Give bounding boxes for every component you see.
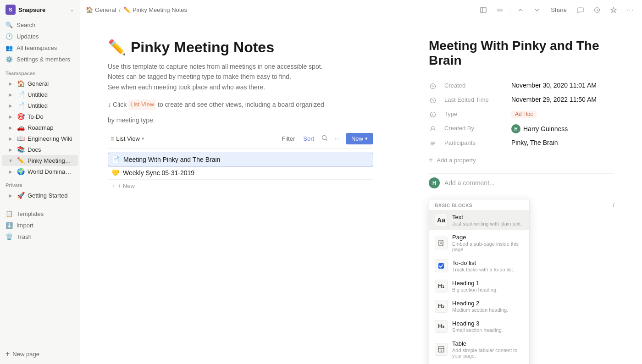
- sidebar-item-docs[interactable]: ▶ 📚 Docs: [2, 144, 78, 155]
- history-button[interactable]: [591, 4, 603, 17]
- chevron-icon: ▶: [7, 146, 14, 153]
- filter-button[interactable]: Filter: [279, 133, 298, 144]
- collapse-button[interactable]: [477, 4, 490, 17]
- participants-value[interactable]: Pinky, The Brain: [511, 139, 614, 146]
- updates-action[interactable]: 🕐 Updates: [0, 31, 80, 42]
- desc-line-3: See when each meeting took place and who…: [108, 82, 373, 92]
- share-button[interactable]: Share: [547, 5, 570, 15]
- workspace-header[interactable]: S Snapsure ⌄: [0, 0, 80, 19]
- import-label: Import: [17, 222, 33, 229]
- property-row-type: A Type Ad Hoc: [429, 107, 614, 121]
- more-options-button[interactable]: ···: [624, 4, 636, 17]
- row-icon-0: 📄: [112, 156, 120, 163]
- hint-line2: by meeting type.: [108, 116, 373, 124]
- type-tag-badge: Ad Hoc: [511, 110, 537, 118]
- settings-action[interactable]: ⚙️ Settings & members: [0, 54, 80, 65]
- h1-block-text: Heading 1 Big section heading.: [452, 280, 524, 292]
- list-view-link[interactable]: List View: [128, 99, 156, 110]
- db-search-icon: [321, 135, 328, 141]
- db-search-button[interactable]: [320, 133, 330, 144]
- block-item-h2[interactable]: H₂ Heading 2 Medium section heading.: [429, 296, 529, 316]
- search-action[interactable]: 🔍 Search: [0, 19, 80, 31]
- block-item-h3[interactable]: H₃ Heading 3 Small section heading.: [429, 316, 529, 336]
- untitled1-icon: 📄: [17, 91, 25, 98]
- block-item-text[interactable]: Aa Text Just start writing with plain te…: [429, 210, 529, 230]
- breadcrumb-current[interactable]: ✏️ Pinky Meeting Notes: [123, 6, 187, 13]
- table-block-title: Table: [452, 340, 524, 347]
- add-property-label: Add a property: [437, 157, 476, 164]
- chevron-icon: ▶: [7, 113, 14, 120]
- worlddom-icon: 🌍: [17, 168, 25, 175]
- breadcrumb-home[interactable]: 🏠 General: [86, 6, 116, 13]
- block-item-todo[interactable]: To-do list Track tasks with a to-do list…: [429, 256, 529, 276]
- participants-label: Participants: [444, 139, 504, 146]
- templates-action[interactable]: 📋 Templates: [0, 208, 80, 220]
- comment-icon: [577, 7, 584, 13]
- sidebar-item-untitled-1[interactable]: ▶ 📄 Untitled: [2, 89, 78, 100]
- favorite-button[interactable]: [607, 4, 620, 17]
- nav-down-button[interactable]: [531, 4, 543, 17]
- svg-rect-2: [497, 9, 503, 10]
- import-action[interactable]: ⬇️ Import: [0, 220, 80, 231]
- block-item-table[interactable]: Table Add simple tabular content to your…: [429, 336, 529, 362]
- page-description: Use this template to capture notes from …: [108, 61, 373, 92]
- property-row-created-by: Created By H Harry Guinness: [429, 121, 614, 136]
- h2-block-icon: H₂: [435, 300, 448, 313]
- sidebar-item-general[interactable]: ▶ 🏠 General: [2, 78, 78, 89]
- templates-label: Templates: [17, 210, 44, 217]
- db-row-1[interactable]: 💛 Weekly Sync 05-31-2019: [108, 166, 373, 180]
- add-row-button[interactable]: + + New: [108, 180, 373, 192]
- new-entry-button[interactable]: New ▾: [346, 133, 373, 144]
- todo-block-icon: [435, 259, 448, 272]
- created-by-value[interactable]: H Harry Guinness: [511, 124, 614, 133]
- breadcrumb-home-label: General: [95, 6, 116, 13]
- sidebar-item-pinky-meeting[interactable]: ▼ ✏️ Pinky Meeting Notes: [2, 155, 78, 166]
- type-value[interactable]: Ad Hoc: [511, 110, 614, 118]
- user-avatar: H: [511, 124, 520, 133]
- all-teamspaces-action[interactable]: 👥 All teamspaces: [0, 42, 80, 54]
- page-hint: ↓ Click List View to create and see othe…: [108, 99, 373, 110]
- view-selector[interactable]: ≡ List View ▾: [108, 133, 147, 144]
- comment-input[interactable]: Add a comment...: [444, 179, 614, 187]
- sidebar-item-untitled-2[interactable]: ▶ 📄 Untitled: [2, 100, 78, 111]
- chevron-icon: ▶: [7, 192, 14, 199]
- breadcrumb-current-label: Pinky Meeting Notes: [133, 6, 187, 13]
- sidebar-item-world-dom[interactable]: ▶ 🌍 World Domination Sche...: [2, 166, 78, 177]
- page-block-icon: [435, 237, 448, 249]
- created-label: Created: [444, 82, 504, 89]
- last-edited-value[interactable]: November 29, 2022 11:50 AM: [511, 96, 614, 103]
- blocks-section-title: BASIC BLOCKS: [429, 199, 529, 210]
- settings-label: Settings & members: [17, 56, 70, 63]
- nav-up-button[interactable]: [514, 4, 527, 17]
- page-block-desc: Embed a sub-page inside this page.: [452, 241, 524, 252]
- new-page-button[interactable]: + New page: [6, 347, 74, 360]
- comment-button[interactable]: [574, 4, 587, 17]
- add-property-plus-icon: +: [429, 156, 433, 164]
- svg-rect-19: [438, 263, 444, 269]
- db-row-0[interactable]: 📄 Meeting With Pinky and The Brain: [108, 153, 373, 166]
- sidebar-item-roadmap[interactable]: ▶ 🚗 Roadmap: [2, 122, 78, 133]
- sidebar-item-engwiki[interactable]: ▶ 📖 Engineering Wiki: [2, 133, 78, 144]
- svg-line-7: [326, 139, 327, 141]
- block-item-h1[interactable]: H₁ Heading 1 Big section heading.: [429, 276, 529, 296]
- block-item-page[interactable]: Page Embed a sub-page inside this page.: [429, 230, 529, 256]
- trash-action[interactable]: 🗑️ Trash: [0, 231, 80, 243]
- sidebar-item-label: World Domination Sche...: [28, 168, 72, 175]
- block-item-bulleted[interactable]: • Bulleted list: [429, 362, 529, 364]
- import-icon: ⬇️: [6, 222, 13, 229]
- created-value[interactable]: November 30, 2020 11:01 AM: [511, 82, 614, 89]
- db-more-button[interactable]: ···: [332, 133, 343, 145]
- sidebar: S Snapsure ⌄ 🔍 Search 🕐 Updates 👥 All te…: [0, 0, 80, 364]
- chevron-icon: ▼: [7, 157, 14, 164]
- sidebar-item-label: Docs: [28, 146, 72, 153]
- property-row-created: Created November 30, 2020 11:01 AM: [429, 79, 614, 93]
- participants-icon: [429, 139, 437, 148]
- nav-up-icon: [518, 7, 523, 13]
- db-more-icon: ···: [334, 135, 341, 143]
- layout-button[interactable]: [493, 4, 506, 17]
- comment-area: H Add a comment...: [429, 173, 614, 192]
- sidebar-item-todo[interactable]: ▶ 🎯 To-Do: [2, 111, 78, 122]
- sidebar-item-getting-started[interactable]: ▶ 🚀 Getting Started: [2, 190, 78, 201]
- sort-button[interactable]: Sort: [300, 133, 317, 144]
- add-property-button[interactable]: + Add a property: [429, 152, 614, 168]
